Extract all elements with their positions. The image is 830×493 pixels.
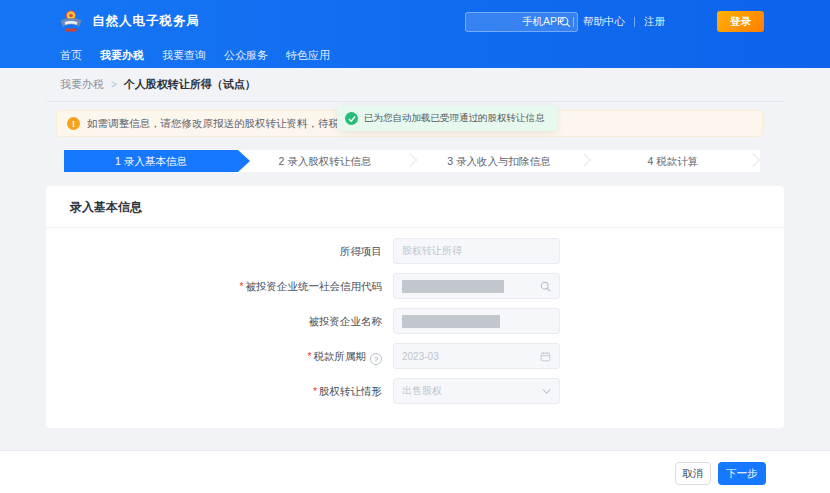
breadcrumb-parent[interactable]: 我要办税 [60, 77, 104, 92]
step-4-label: 4 税款计算 [586, 150, 760, 172]
link-divider [573, 17, 574, 27]
step-2-label: 2 录入股权转让信息 [238, 150, 412, 172]
success-toast-text: 已为您自动加载已受理通过的股权转让信息 [364, 112, 545, 125]
app-title: 自然人电子税务局 [92, 13, 200, 30]
field-label: *被投资企业统一社会信用代码 [70, 273, 382, 299]
field-label: 所得项目 [70, 238, 382, 264]
form-row-company-name: 被投资企业名称 [46, 308, 784, 334]
check-icon [345, 112, 358, 125]
main-nav: 首页 我要办税 我要查询 公众服务 特色应用 [60, 44, 330, 66]
income-item-input: 股权转让所得 [393, 238, 560, 264]
redacted-value [402, 315, 500, 328]
nav-item-public-services[interactable]: 公众服务 [224, 48, 268, 63]
nav-item-tax-services[interactable]: 我要办税 [100, 48, 144, 63]
chevron-down-icon [545, 388, 551, 394]
tax-period-value: 2023-03 [402, 351, 439, 362]
calendar-icon [540, 351, 551, 362]
tax-bureau-logo-icon [58, 8, 84, 34]
tax-period-input: 2023-03 [393, 343, 560, 369]
step-1-active: 1 录入基本信息 [64, 150, 250, 172]
success-toast: 已为您自动加载已受理通过的股权转让信息 [337, 106, 557, 131]
redacted-value [402, 280, 504, 293]
form-row-credit-code: *被投资企业统一社会信用代码 [46, 273, 784, 299]
warning-icon: ! [67, 117, 80, 130]
nav-item-home[interactable]: 首页 [60, 48, 82, 63]
nav-item-inquiry[interactable]: 我要查询 [162, 48, 206, 63]
company-name-input [393, 308, 560, 334]
section-title: 录入基本信息 [46, 186, 784, 228]
page: 自然人电子税务局 手机APP 帮助中心 注册 登录 首页 我要办税 我要查询 公… [0, 0, 830, 493]
lookup-search-icon[interactable] [540, 281, 551, 292]
brand: 自然人电子税务局 [58, 8, 200, 34]
credit-code-input[interactable] [393, 273, 560, 299]
link-mobile-app[interactable]: 手机APP [522, 15, 564, 29]
field-label: *股权转让情形 [70, 378, 382, 404]
link-register[interactable]: 注册 [644, 15, 665, 29]
nav-item-featured-apps[interactable]: 特色应用 [286, 48, 330, 63]
transfer-type-select: 出售股权 [393, 378, 560, 404]
breadcrumb-current: 个人股权转让所得（试点） [124, 77, 256, 92]
link-divider [634, 17, 635, 27]
link-help-center[interactable]: 帮助中心 [583, 15, 625, 29]
cancel-button[interactable]: 取消 [675, 462, 711, 485]
login-button[interactable]: 登录 [717, 11, 764, 32]
step-3-label: 3 录入收入与扣除信息 [412, 150, 586, 172]
form-row-income-item: 所得项目 股权转让所得 [46, 238, 784, 264]
section-divider [46, 101, 784, 102]
form-card: 录入基本信息 所得项目 股权转让所得 *被投资企业统一社会信用代码 [46, 186, 784, 428]
header-links: 手机APP 帮助中心 注册 [522, 12, 665, 32]
step-bar: 1 录入基本信息 2 录入股权转让信息 3 录入收入与扣除信息 4 税款计算 [64, 150, 760, 172]
income-item-value: 股权转让所得 [402, 244, 462, 258]
step-1-label: 1 录入基本信息 [64, 150, 238, 172]
header-bar: 自然人电子税务局 手机APP 帮助中心 注册 登录 首页 我要办税 我要查询 公… [0, 0, 830, 68]
next-button[interactable]: 下一步 [718, 462, 766, 485]
form-row-transfer-type: *股权转让情形 出售股权 [46, 378, 784, 404]
footer-bar: 取消 下一步 [0, 450, 830, 493]
help-icon[interactable]: ? [370, 353, 382, 365]
breadcrumb-separator-icon: > [111, 79, 117, 90]
field-label: *税款所属期? [70, 343, 382, 369]
field-label: 被投资企业名称 [70, 308, 382, 334]
transfer-type-value: 出售股权 [402, 384, 442, 398]
form-row-tax-period: *税款所属期? 2023-03 [46, 343, 784, 369]
breadcrumb: 我要办税 > 个人股权转让所得（试点） [60, 77, 256, 92]
